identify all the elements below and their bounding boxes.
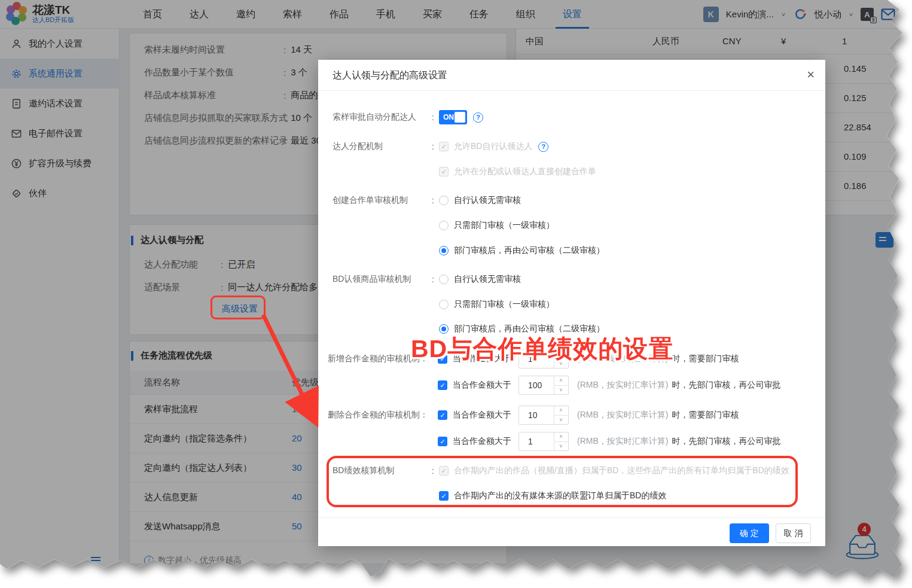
close-icon[interactable]: ×: [807, 67, 815, 83]
option-label: 只需部门审核（一级审核）: [454, 220, 554, 231]
spinner-up-icon[interactable]: [554, 376, 568, 386]
delete-amount-row: 当合作金额大于 (RMB，按实时汇率计算) 时，先部门审核，再公司审批: [438, 432, 780, 451]
modal-title: 达人认领与分配的高级设置: [333, 69, 447, 82]
modal-header: 达人认领与分配的高级设置 ×: [318, 60, 825, 91]
torn-edge-wrapper: 花漾TK 达人BD开拓版 首页 达人 邀约 索样 作品 手机 买家 任务 组织 …: [0, 0, 912, 588]
amount-input[interactable]: [519, 376, 554, 394]
checkbox-checked-disabled: [439, 167, 449, 176]
field-label: 创建合作单审核机制: [333, 195, 427, 206]
option-label: 允许BD自行认领达人: [454, 141, 532, 152]
checkbox-checked[interactable]: [438, 437, 447, 446]
option-label: 部门审核后，再由公司审核（二级审核）: [454, 245, 605, 256]
spinner-down-icon[interactable]: [554, 442, 568, 451]
option-label: 允许在分配或认领达人直接创建合作单: [454, 166, 596, 177]
unit-note: (RMB，按实时汇率计算): [577, 410, 668, 421]
amount-spinner: [518, 406, 569, 425]
auto-assign-row: 索样审批自动分配达人 ON: [333, 108, 483, 127]
amount-input[interactable]: [519, 432, 554, 450]
confirm-button[interactable]: 确 定: [730, 523, 769, 543]
claim-review-row: BD认领商品审核机制 自行认领无需审核: [333, 270, 521, 289]
checkbox-checked[interactable]: [438, 410, 447, 420]
spinner-up-icon[interactable]: [554, 432, 568, 442]
annotation-headline: BD与合作单绩效的设置: [411, 333, 673, 365]
field-label: 删除合作金额的审核机制：: [328, 410, 438, 421]
radio-selected[interactable]: [439, 246, 449, 255]
amount-input[interactable]: [519, 406, 554, 424]
spinner-down-icon[interactable]: [554, 416, 568, 425]
unit-note: (RMB，按实时汇率计算): [577, 436, 668, 447]
unit-note: (RMB，按实时汇率计算): [577, 380, 668, 391]
add-amount-row: 当合作金额大于 (RMB，按实时汇率计算) 时，先部门审核，再公司审批: [438, 376, 780, 395]
help-icon[interactable]: [538, 142, 548, 152]
screenshot-stage: 花漾TK 达人BD开拓版 首页 达人 邀约 索样 作品 手机 买家 任务 组织 …: [0, 0, 912, 588]
help-icon[interactable]: [473, 112, 483, 123]
modal-footer: 确 定 取 消: [318, 517, 825, 546]
radio-unselected[interactable]: [439, 196, 449, 205]
annotation-box-performance: [327, 456, 798, 507]
checkbox-checked-disabled: [439, 142, 449, 151]
claim-review-row: 只需部门审核（一级审核）: [439, 295, 554, 314]
field-label: 达人分配机制: [333, 141, 427, 152]
amount-spinner: [518, 432, 569, 451]
option-label: 自行认领无需审核: [454, 195, 521, 206]
spinner-up-icon[interactable]: [554, 406, 568, 416]
create-review-row: 创建合作单审核机制 自行认领无需审核: [333, 191, 521, 210]
spinner-down-icon[interactable]: [554, 386, 568, 395]
torn-page: 花漾TK 达人BD开拓版 首页 达人 邀约 索样 作品 手机 买家 任务 组织 …: [0, 0, 912, 588]
create-review-row: 只需部门审核（一级审核）: [439, 216, 554, 235]
radio-unselected[interactable]: [439, 275, 449, 284]
option-label: 自行认领无需审核: [454, 274, 521, 285]
radio-unselected[interactable]: [439, 300, 449, 309]
annotation-arrow: [250, 309, 334, 437]
radio-unselected[interactable]: [439, 221, 449, 230]
auto-assign-toggle[interactable]: ON: [439, 110, 467, 124]
amount-spinner: [518, 376, 569, 395]
checkbox-checked[interactable]: [438, 380, 447, 390]
field-label: 索样审批自动分配达人: [333, 112, 427, 123]
cancel-button[interactable]: 取 消: [776, 523, 811, 543]
assign-mechanism-row: 允许在分配或认领达人直接创建合作单: [439, 162, 596, 181]
delete-amount-row: 删除合作金额的审核机制： 当合作金额大于 (RMB，按实时汇率计算) 时，需要部…: [328, 406, 739, 425]
create-review-row: 部门审核后，再由公司审核（二级审核）: [439, 241, 605, 260]
option-label: 只需部门审核（一级审核）: [454, 299, 554, 310]
assign-mechanism-row: 达人分配机制 允许BD自行认领达人: [333, 137, 548, 156]
field-label: BD认领商品审核机制: [333, 274, 427, 285]
